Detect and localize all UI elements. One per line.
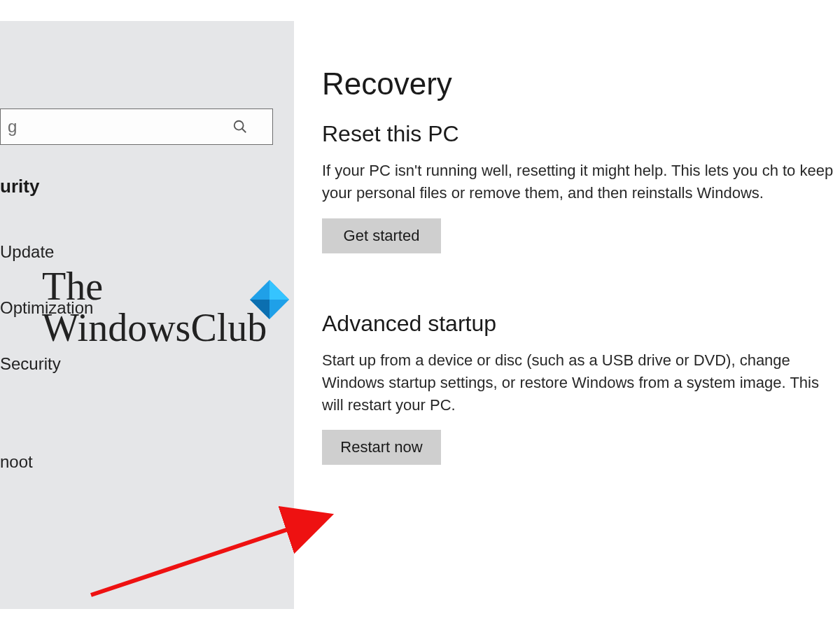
- sidebar-item-windows-update[interactable]: Update: [0, 224, 294, 280]
- sidebar-category-update-security: urity: [0, 176, 294, 197]
- heading-advanced-startup: Advanced startup: [322, 311, 840, 337]
- text-reset-this-pc: If your PC isn't running well, resetting…: [322, 160, 840, 204]
- letterbox-bottom: [0, 609, 840, 630]
- sidebar-item-windows-security[interactable]: Security: [0, 336, 294, 392]
- restart-now-button[interactable]: Restart now: [322, 430, 441, 465]
- settings-sidebar: urity Update Optimization Security noot: [0, 0, 294, 630]
- search-icon: [232, 119, 248, 134]
- sidebar-spacer: [0, 392, 294, 434]
- section-gap: [322, 253, 840, 295]
- heading-reset-this-pc: Reset this PC: [322, 121, 840, 147]
- page-title: Recovery: [322, 66, 840, 102]
- sidebar-item-delivery-optimization[interactable]: Optimization: [0, 280, 294, 336]
- svg-point-0: [234, 121, 244, 130]
- search-field-wrap: [0, 108, 279, 145]
- letterbox-top: [0, 0, 840, 21]
- get-started-button[interactable]: Get started: [322, 218, 441, 253]
- text-advanced-startup: Start up from a device or disc (such as …: [322, 349, 840, 416]
- sidebar-item-troubleshoot[interactable]: noot: [0, 434, 294, 490]
- svg-line-1: [242, 129, 246, 133]
- settings-window: urity Update Optimization Security noot …: [0, 0, 840, 630]
- content-pane: Recovery Reset this PC If your PC isn't …: [294, 0, 840, 630]
